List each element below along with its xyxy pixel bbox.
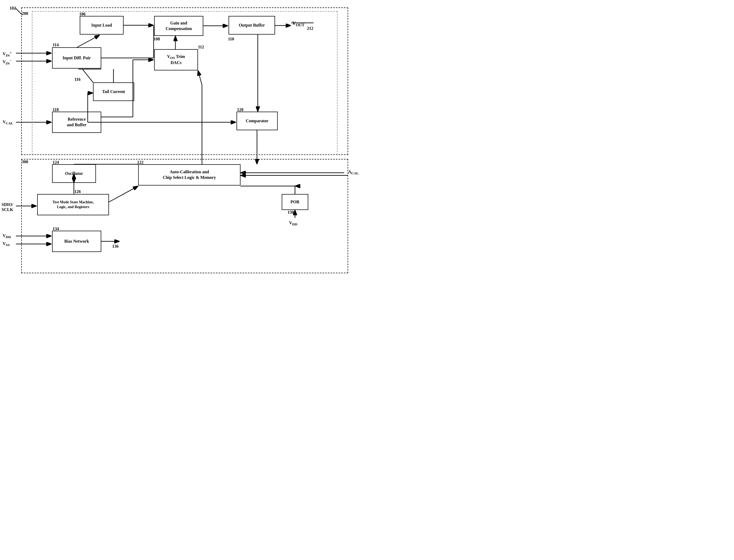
circuit-diagram: Input Load Gain and Compensation Output … — [0, 0, 367, 280]
vin-minus-sub: IN — [6, 61, 10, 65]
block-bias-network: Bias Network — [52, 231, 101, 252]
vcal-sub: CAL — [6, 121, 13, 125]
label-134: 134 — [53, 226, 59, 231]
label-acal: ACAL — [348, 170, 359, 175]
acal-sub: CAL — [351, 171, 359, 175]
label-106: 106 — [79, 12, 86, 16]
label-108: 108 — [154, 37, 160, 41]
label-vout: VOUT — [292, 21, 305, 27]
block-output-buffer: Output Buffer — [229, 16, 275, 35]
block-auto-cal: Auto-Calibration and Chip Select Logic &… — [138, 164, 241, 186]
label-112: 112 — [198, 45, 204, 49]
vss-sub: SS — [6, 243, 10, 247]
block-tail-current: Tail Current — [93, 82, 134, 101]
label-124: 124 — [53, 160, 59, 165]
label-vcal: VCAL — [3, 120, 13, 125]
label-126: 126 — [74, 189, 81, 194]
block-vos-trim: VOS TrimDACs — [154, 49, 198, 70]
label-110: 110 — [228, 37, 234, 41]
label-212: 212 — [307, 26, 313, 31]
label-122: 122 — [137, 160, 144, 165]
block-oscillator: Oscillator — [52, 164, 96, 183]
label-vdd-bias: VDD — [3, 233, 11, 239]
vdd-bias-sub: DD — [6, 235, 11, 239]
label-sdio-sclk: SDIO/ SCLK — [2, 202, 13, 212]
vos-label: VOS TrimDACs — [167, 54, 185, 66]
vin-minus-sup: − — [10, 58, 12, 62]
label-102: 102 — [10, 6, 16, 11]
label-vin-plus: VIN+ — [3, 50, 12, 58]
label-vss: VSS — [3, 241, 10, 247]
vin-plus-sub: IN — [6, 53, 10, 57]
label-vin-minus: VIN− — [3, 58, 12, 66]
block-input-load: Input Load — [80, 16, 124, 35]
label-114: 114 — [53, 43, 59, 47]
block-test-mode: Test Mode State Machine, Logic, and Regi… — [37, 194, 109, 215]
vin-plus-sup: + — [10, 50, 12, 54]
vout-sub: OUT — [296, 23, 305, 27]
block-input-diff: Input Diff. Pair — [52, 47, 101, 69]
label-118: 118 — [53, 107, 59, 112]
block-comparator: Comparator — [237, 112, 278, 130]
vdd-por-sub: DD — [292, 222, 297, 226]
label-300: 300 — [22, 159, 28, 164]
block-por: POR — [282, 194, 308, 210]
label-200: 200 — [22, 11, 28, 16]
block-gain-comp: Gain and Compensation — [154, 16, 203, 36]
label-vdd-por: VDD — [289, 221, 297, 226]
svg-line-40 — [15, 8, 22, 15]
label-136: 136 — [112, 244, 119, 249]
label-130: 130 — [288, 210, 294, 215]
label-120: 120 — [237, 107, 243, 112]
label-116: 116 — [74, 77, 81, 82]
block-ref-buffer: Reference and Buffer — [52, 112, 101, 133]
